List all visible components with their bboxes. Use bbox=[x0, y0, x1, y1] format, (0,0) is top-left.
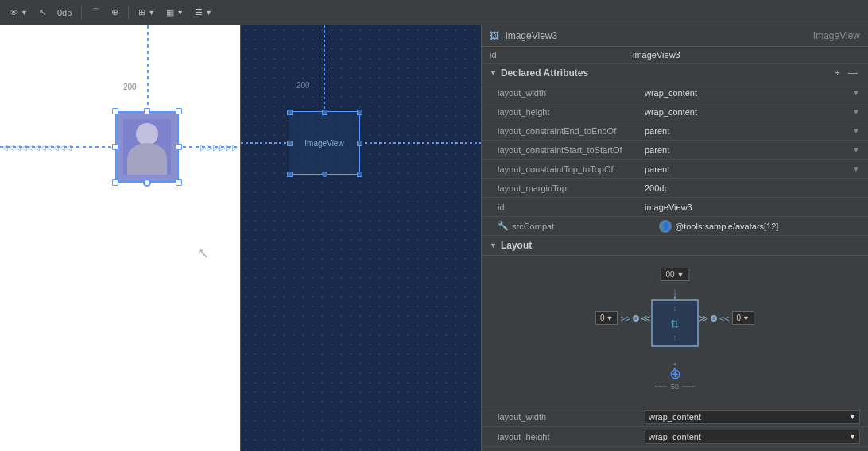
widget-type-name: ImageView bbox=[813, 30, 860, 41]
bp-handle-bc[interactable] bbox=[322, 172, 327, 177]
bp-handle-tr[interactable] bbox=[357, 110, 362, 115]
bottom-attrs: layout_width wrap_content ▼ layout_heigh… bbox=[482, 407, 868, 447]
layout-chevron: ▼ bbox=[176, 9, 184, 17]
layout-tool[interactable]: ▦ ▼ bbox=[163, 6, 187, 19]
constraint-diagram: 00 ▼ ↓ ↓ ↑ bbox=[595, 268, 754, 395]
attr-row-layout-width[interactable]: layout_width wrap_content ▼ bbox=[482, 83, 868, 102]
constraint-start-dropdown[interactable]: ▼ bbox=[852, 145, 860, 154]
handle-top-center[interactable] bbox=[144, 108, 150, 114]
attr-row-id[interactable]: id imageView3 bbox=[482, 198, 868, 217]
layout-section-header: ▼ Layout bbox=[482, 236, 868, 256]
section-collapse-icon[interactable]: ▼ bbox=[490, 69, 497, 77]
align-tool[interactable]: ☰ ▼ bbox=[192, 6, 215, 19]
handle-middle-right[interactable] bbox=[176, 144, 182, 150]
cd-center-arrows[interactable]: ⇅ bbox=[670, 318, 680, 330]
left-arrow-right[interactable]: >> bbox=[619, 313, 631, 324]
bp-handle-br[interactable] bbox=[357, 172, 362, 177]
layout-height-dropdown[interactable]: ▼ bbox=[852, 107, 860, 116]
align-icon: ☰ bbox=[195, 7, 203, 17]
layout-diagram-area: 00 ▼ ↓ ↓ ↑ bbox=[482, 256, 868, 407]
avatar-shape bbox=[123, 119, 171, 175]
bp-constraint-left bbox=[241, 142, 289, 144]
eye-toggle[interactable]: 👁 ▼ bbox=[6, 6, 31, 19]
avatar-thumbnail: 👤 bbox=[659, 220, 672, 233]
constraint-top-dropdown[interactable]: ▼ bbox=[852, 164, 860, 173]
magnet-tool[interactable]: ⊕ bbox=[108, 6, 122, 19]
attr-row-margin-top[interactable]: layout_marginTop 200dp bbox=[482, 179, 868, 198]
bp-handle-bl[interactable] bbox=[287, 172, 293, 177]
grid-icon: ⊞ bbox=[138, 7, 145, 17]
attributes-list: layout_width wrap_content ▼ layout_heigh… bbox=[482, 83, 868, 236]
handle-top-left[interactable] bbox=[112, 108, 118, 114]
attr-row-constraint-start[interactable]: layout_constraintStart_toStartOf parent … bbox=[482, 141, 868, 160]
left-value-box[interactable]: 0 ▼ bbox=[595, 311, 618, 325]
attr-value-container-mt: 200dp bbox=[645, 183, 860, 193]
cursor-tool[interactable]: ↖ bbox=[36, 6, 49, 19]
design-panel: ◁◁◁◁◁◁◁◁◁◁◁ ▷▷▷▷▷▷ 200 bbox=[0, 25, 240, 451]
avatar-overlay bbox=[123, 119, 171, 175]
bottom-attr-value-lw: wrap_content ▼ bbox=[645, 410, 860, 424]
attr-row-constraint-end[interactable]: layout_constraintEnd_toEndOf parent ▼ bbox=[482, 121, 868, 141]
bottom-attr-row-layout-width[interactable]: layout_width wrap_content ▼ bbox=[482, 407, 868, 427]
handle-bottom-left[interactable] bbox=[112, 179, 118, 186]
bp-handle-mr[interactable] bbox=[357, 141, 362, 146]
constraint-end-dropdown[interactable]: ▼ bbox=[852, 126, 860, 135]
right-arrow-left[interactable]: << bbox=[719, 313, 730, 324]
attr-value-constraint-end: parent bbox=[645, 126, 849, 136]
attr-value-srccompat: @tools:sample/avatars[12] bbox=[675, 222, 860, 231]
remove-attribute-button[interactable]: — bbox=[846, 67, 860, 79]
left-connector-dot bbox=[633, 315, 639, 322]
attr-name-layout-height: layout_height bbox=[498, 107, 645, 117]
separator-1 bbox=[81, 6, 82, 20]
image-widget-design[interactable] bbox=[115, 111, 179, 183]
blueprint-widget[interactable]: ImageView bbox=[289, 111, 360, 175]
right-value: 0 bbox=[737, 314, 742, 322]
handle-circle-bottom[interactable] bbox=[143, 179, 151, 187]
bp-handle-tc[interactable] bbox=[322, 110, 327, 115]
attr-value-layout-width: wrap_content bbox=[645, 88, 849, 98]
right-value-box[interactable]: 0 ▼ bbox=[732, 311, 754, 325]
handle-middle-left[interactable] bbox=[112, 144, 118, 150]
blueprint-panel: 200 ImageView bbox=[241, 25, 481, 451]
attr-row-constraint-top[interactable]: layout_constraintTop_toTopOf parent ▼ bbox=[482, 160, 868, 179]
bottom-attr-value-lh: wrap_content ▼ bbox=[645, 430, 860, 444]
attr-name-constraint-start: layout_constraintStart_toStartOf bbox=[498, 145, 645, 155]
zigzag-left: ~~~ bbox=[654, 383, 667, 391]
bottom-attr-row-layout-height[interactable]: layout_height wrap_content ▼ bbox=[482, 427, 868, 447]
attr-row-layout-height[interactable]: layout_height wrap_content ▼ bbox=[482, 102, 868, 121]
path-tool[interactable]: ⌒ bbox=[88, 5, 103, 20]
bottom-value: 50 bbox=[671, 383, 679, 391]
attr-value-container-ce: parent ▼ bbox=[645, 126, 860, 136]
top-value-select[interactable]: 00 ▼ bbox=[660, 268, 689, 281]
attr-row-srccompat[interactable]: 🔧 srcCompat 👤 @tools:sample/avatars[12] bbox=[482, 217, 868, 236]
layout-width-select-value: wrap_content bbox=[649, 412, 701, 422]
layout-width-select[interactable]: wrap_content ▼ bbox=[645, 410, 860, 424]
layout-collapse-icon[interactable]: ▼ bbox=[490, 241, 497, 249]
handle-bottom-right[interactable] bbox=[176, 179, 182, 186]
id-row: id imageView3 bbox=[482, 47, 868, 64]
attr-name-srccompat: srcCompat bbox=[512, 222, 659, 231]
design-dimension-200: 200 bbox=[123, 83, 137, 91]
layout-width-dropdown[interactable]: ▼ bbox=[852, 88, 860, 97]
attr-value-container-lh: wrap_content ▼ bbox=[645, 107, 860, 117]
separator-2 bbox=[128, 6, 129, 20]
layout-height-select-arrow: ▼ bbox=[849, 433, 856, 441]
add-constraint-button[interactable]: ⊕ bbox=[669, 365, 681, 383]
offset-value: 0dp bbox=[57, 8, 72, 17]
offset-display[interactable]: 0dp bbox=[54, 6, 75, 19]
constraint-line-vertical-top bbox=[147, 25, 149, 111]
constraint-arrow-right: ▷▷▷▷▷▷ bbox=[200, 143, 238, 152]
eye-chevron: ▼ bbox=[21, 9, 28, 17]
layout-height-select[interactable]: wrap_content ▼ bbox=[645, 430, 860, 444]
grid-tool[interactable]: ⊞ ▼ bbox=[135, 6, 158, 19]
id-label: id bbox=[490, 50, 633, 60]
bp-constraint-right bbox=[360, 142, 481, 144]
right-dropdown-icon: ▼ bbox=[742, 314, 750, 322]
bp-handle-ml[interactable] bbox=[287, 141, 293, 146]
handle-top-right[interactable] bbox=[176, 108, 182, 114]
add-attribute-button[interactable]: + bbox=[832, 67, 843, 79]
left-value: 0 bbox=[600, 314, 605, 322]
layout-section: 00 ▼ ↓ ↓ ↑ bbox=[482, 256, 868, 451]
bp-handle-tl[interactable] bbox=[287, 110, 293, 115]
prop-header: 🖼 imageView3 ImageView bbox=[482, 25, 868, 47]
